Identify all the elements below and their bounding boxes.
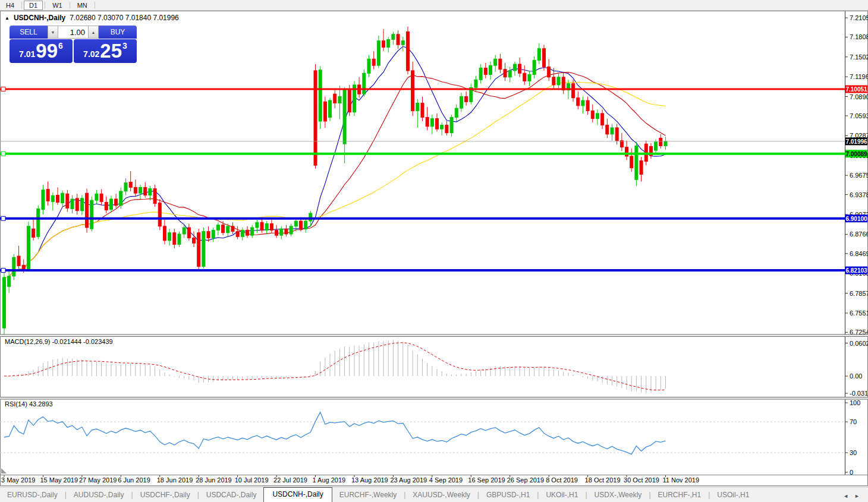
candle-body xyxy=(270,223,273,230)
candle-body xyxy=(586,100,589,110)
ask-price-panel[interactable]: 7.02 25 3 xyxy=(74,39,137,63)
candle-body xyxy=(450,117,453,132)
bid-prefix: 7.01 xyxy=(19,49,35,59)
candle-body xyxy=(513,64,516,71)
candle-body xyxy=(455,108,458,117)
candle-body xyxy=(202,232,205,267)
candle-body xyxy=(620,141,623,147)
volume-decrease-button[interactable]: ▼ xyxy=(48,26,58,39)
timeframe-button-w1[interactable]: W1 xyxy=(47,1,68,10)
volume-input[interactable] xyxy=(58,26,88,38)
panel-separator[interactable] xyxy=(0,334,868,337)
volume-increase-button[interactable]: ▲ xyxy=(88,26,99,39)
date-axis-label: 28 Jun 2019 xyxy=(196,476,232,484)
date-axis-label: 13 Aug 2019 xyxy=(351,476,388,484)
candle-body xyxy=(596,113,599,119)
panel-separator[interactable] xyxy=(0,397,868,400)
candle-body xyxy=(105,202,108,210)
date-axis-label: 22 Jul 2019 xyxy=(273,476,307,484)
timeframe-button-mn[interactable]: MN xyxy=(72,1,93,10)
sell-button[interactable]: SELL xyxy=(10,26,48,39)
bid-price-panel[interactable]: 7.01 99 6 xyxy=(10,39,73,63)
line-anchor-marker[interactable] xyxy=(1,87,5,91)
tab-usdcnh-daily[interactable]: USDCNH-,Daily xyxy=(263,487,332,502)
toolbar-separator xyxy=(70,2,70,9)
price-axis-label: 6.87660 xyxy=(850,231,868,238)
candle-body xyxy=(436,119,439,129)
candle-body xyxy=(56,195,59,202)
candle-body xyxy=(377,41,380,65)
tabs-scroll-left-icon[interactable]: ◄ xyxy=(843,493,848,499)
candle-body xyxy=(8,276,11,286)
timeframe-button-h4[interactable]: H4 xyxy=(1,1,20,10)
candle-body xyxy=(37,209,40,236)
candle-body xyxy=(426,117,429,126)
tab-usdcad-daily[interactable]: USDCAD-,Daily xyxy=(199,488,264,502)
candle-body xyxy=(508,71,511,77)
candle-body xyxy=(183,228,185,234)
collapse-icon[interactable]: ▲ xyxy=(5,15,10,21)
price-badge-label: 7.00089 xyxy=(845,151,867,157)
line-anchor-marker[interactable] xyxy=(1,216,5,220)
candle-body xyxy=(163,226,166,241)
candle-body xyxy=(504,70,507,77)
candle-body xyxy=(212,230,215,238)
price-axis-label: 7.11960 xyxy=(850,73,868,80)
candle-body xyxy=(144,187,147,195)
tab-gbpusd-h1[interactable]: GBPUSD-,H1 xyxy=(479,488,537,502)
price-badge-label: 7.10051 xyxy=(845,86,867,93)
candle-body xyxy=(61,193,64,203)
candle-body xyxy=(572,84,575,98)
date-axis-label: 1 Aug 2019 xyxy=(313,476,346,484)
toolbar-separator xyxy=(95,2,95,9)
candle-body xyxy=(115,199,118,206)
timeframe-button-d1[interactable]: D1 xyxy=(24,1,43,10)
candle-body xyxy=(484,68,487,75)
candle-body xyxy=(533,60,536,74)
candle-body xyxy=(338,97,341,103)
candle-body xyxy=(86,193,89,228)
candle-body xyxy=(630,156,633,168)
candle-body xyxy=(601,113,604,125)
candle-body xyxy=(441,125,444,130)
tab-usoil-h1[interactable]: USOil-,H1 xyxy=(710,488,756,502)
candle-body xyxy=(523,73,526,81)
macd-axis-label: 0.060273 xyxy=(850,340,868,347)
tab-usdchf-daily[interactable]: USDCHF-,Daily xyxy=(133,488,197,502)
candle-body xyxy=(251,228,254,235)
candle-body xyxy=(285,229,288,234)
candle-body xyxy=(294,221,297,226)
date-axis-label: 8 Oct 2019 xyxy=(546,476,578,484)
candle-body xyxy=(304,221,307,229)
candle-body xyxy=(139,187,142,193)
candle-body xyxy=(290,226,293,234)
date-axis-label: 10 Jul 2019 xyxy=(235,476,269,484)
candle-body xyxy=(382,41,385,48)
rsi-axis-label: 30 xyxy=(850,449,857,456)
tab-xauusd-weekly[interactable]: XAUUSD-,Weekly xyxy=(405,488,477,502)
tab-audusd-daily[interactable]: AUDUSD-,Daily xyxy=(67,488,131,502)
tab-eurchf-h1[interactable]: EURCHF-,H1 xyxy=(651,488,709,502)
price-axis-label: 6.78570 xyxy=(850,290,868,297)
tab-usdx-weekly[interactable]: USDX-,Weekly xyxy=(587,488,649,502)
candle-body xyxy=(334,94,336,103)
candle-body xyxy=(90,200,93,229)
tab-eurusd-daily[interactable]: EURUSD-,Daily xyxy=(0,488,65,502)
line-anchor-marker[interactable] xyxy=(1,151,5,156)
tab-eurchf-weekly[interactable]: EURCHF-,Weekly xyxy=(332,488,404,502)
price-axis-label: 6.96750 xyxy=(850,172,868,179)
buy-button[interactable]: BUY xyxy=(99,26,137,39)
line-anchor-marker[interactable] xyxy=(1,269,5,273)
candle-body xyxy=(76,198,78,211)
candle-body xyxy=(655,142,658,150)
candle-body xyxy=(71,199,74,209)
tab-ukoil-h1[interactable]: UKOil-,H1 xyxy=(539,488,585,502)
date-axis-label: 26 Sep 2019 xyxy=(507,476,544,484)
tabs-scroll-right-icon[interactable]: ► xyxy=(854,493,860,499)
symbol-period-label: USDCNH-,Daily xyxy=(14,14,65,22)
price-badge-label: 6.82103 xyxy=(845,267,867,274)
date-axis-label: 6 Jun 2019 xyxy=(118,476,150,484)
candle-body xyxy=(236,232,239,237)
price-axis-label: 7.05930 xyxy=(850,112,868,119)
candle-body xyxy=(280,229,283,235)
